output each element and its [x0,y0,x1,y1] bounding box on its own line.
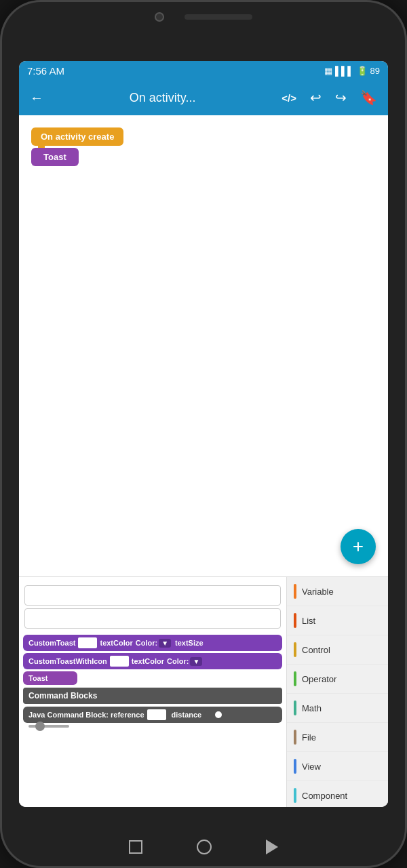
java-block-ref-box [147,709,166,720]
custom-toast-color-box [78,637,97,648]
view-label: View [302,762,321,772]
battery-icon: 🔋 [357,66,368,76]
custom-toast-icon-textcolor-label: textColor [132,657,164,665]
file-dot [294,730,296,745]
java-slider[interactable] [28,725,69,728]
camera [155,12,164,22]
undo-button[interactable]: ↩ [306,85,326,110]
redo-button[interactable]: ↪ [331,85,351,110]
bookmark-button[interactable]: 🔖 [356,85,381,110]
nav-home-button[interactable] [197,840,212,854]
variable-dot [294,584,296,599]
search-input-2[interactable] [24,608,281,629]
command-blocks-header: Command Blocks [23,688,282,704]
custom-toast-icon-block[interactable]: CustomToastWithIcon textColor Color: ▼ [23,653,282,669]
custom-toast-icon-select[interactable]: ▼ [190,657,202,666]
sidebar-item-math[interactable]: Math [287,694,388,723]
battery-level: 89 [370,66,380,76]
sidebar-item-variable[interactable]: Variable [287,577,388,606]
fab-plus-icon: + [353,536,364,557]
phone-outer: 7:56 AM ▦ ▌▌▌ 🔋 89 ← On activity... </> … [0,0,407,868]
custom-toast-icon-color-label: Color: [167,657,189,665]
variable-label: Variable [302,587,334,597]
app-bar: ← On activity... </> ↩ ↪ 🔖 [19,80,388,115]
sidebar-item-view[interactable]: View [287,752,388,781]
operator-dot [294,671,296,686]
custom-toast-textsize-label: textSize [175,639,204,647]
control-label: Control [302,645,330,655]
status-bar: 7:56 AM ▦ ▌▌▌ 🔋 89 [19,61,388,80]
list-dot [294,613,296,628]
file-label: File [302,732,316,743]
custom-toast-label: CustomToast [28,639,75,647]
canvas-area: On activity create Toast + [19,115,388,576]
custom-toast-block[interactable]: CustomToast textColor Color: ▼ textSize [23,635,282,651]
custom-toast-select[interactable]: ▼ [159,639,171,648]
back-button[interactable]: ← [26,86,47,110]
app-bar-title: On activity... [53,91,272,105]
speaker [185,14,252,20]
component-label: Component [302,791,347,801]
java-block-distance-label: distance [172,711,202,719]
java-block-label: Java Command Block: reference [28,711,144,719]
sidebar-item-control[interactable]: Control [287,635,388,665]
custom-toast-icon-color-box [110,656,129,667]
search-area [19,581,286,633]
sidebar-item-list[interactable]: List [287,606,388,635]
nav-recent-button[interactable] [266,840,278,854]
java-block[interactable]: Java Command Block: reference distance [23,707,282,723]
phone-hardware-top [0,12,407,22]
list-label: List [302,616,315,626]
signal-icon: ▌▌▌ [335,66,354,76]
view-dot [294,759,296,774]
component-dot [294,788,296,803]
java-block-toggle[interactable] [204,710,223,719]
sidebar-item-component[interactable]: Component [287,781,388,807]
phone-hardware-bottom [0,840,407,854]
fab-add-button[interactable]: + [341,529,376,564]
phone-screen: 7:56 AM ▦ ▌▌▌ 🔋 89 ← On activity... </> … [19,61,388,807]
category-sidebar: Variable List Control Operator Math [286,577,388,807]
status-icons: ▦ ▌▌▌ 🔋 89 [324,66,380,76]
on-activity-create-block[interactable]: On activity create [31,127,123,146]
code-button[interactable]: </> [277,88,301,108]
operator-label: Operator [302,674,336,684]
wifi-icon: ▦ [324,66,332,76]
nav-back-button[interactable] [129,840,142,854]
math-label: Math [302,703,322,713]
custom-toast-textcolor-label: textColor [100,639,132,647]
custom-toast-color-label: Color: [136,639,157,647]
sidebar-item-operator[interactable]: Operator [287,665,388,694]
search-input-1[interactable] [24,585,281,606]
toast-block[interactable]: Toast [31,148,79,166]
toast-palette-block[interactable]: Toast [23,671,77,685]
status-time: 7:56 AM [27,65,64,77]
palette-panel: CustomToast textColor Color: ▼ textSize … [19,576,388,807]
math-dot [294,701,296,715]
blocks-list: CustomToast textColor Color: ▼ textSize … [19,577,286,807]
sidebar-item-file[interactable]: File [287,723,388,752]
custom-toast-icon-label: CustomToastWithIcon [28,657,107,665]
control-dot [294,642,296,657]
toast-palette-label: Toast [28,674,48,682]
